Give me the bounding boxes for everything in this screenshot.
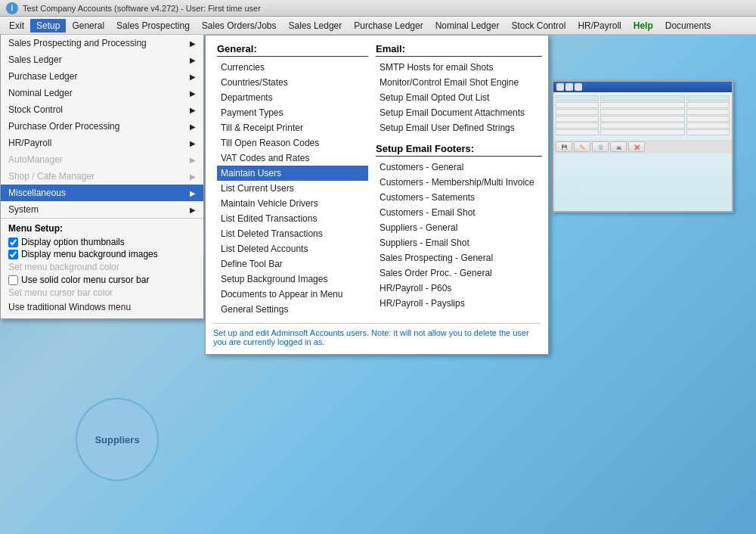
submenu-countries[interactable]: Countries/States [217, 75, 368, 90]
checkbox-thumbnails-label: Display option thumbnails [21, 237, 125, 247]
grayed-cursor-color: Set menu cursor bar color [8, 287, 196, 299]
thumb-btn-1 [556, 83, 564, 91]
submenu-list-edited[interactable]: List Edited Transactions [217, 211, 368, 226]
submenu-email-footers-title: Setup Email Footers: [376, 143, 542, 157]
menu-stock-control[interactable]: Stock Control [505, 19, 572, 33]
submenu-departments[interactable]: Departments [217, 90, 368, 105]
checkbox-solid-color[interactable]: Use solid color menu cursor bar [8, 275, 196, 285]
menu-setup-title: Menu Setup: [8, 223, 196, 234]
submenu-vat-codes[interactable]: VAT Codes and Rates [217, 151, 368, 166]
checkbox-solid-color-label: Use solid color menu cursor bar [21, 275, 149, 285]
submenu-bg-images[interactable]: Setup Background Images [217, 272, 368, 287]
submenu-columns: General: Currencies Countries/States Dep… [213, 43, 541, 317]
menu-documents[interactable]: Documents [659, 19, 717, 33]
thumb-tool-1: 💾 [556, 141, 572, 152]
thumb-titlebar [553, 82, 732, 92]
menu-bar: Exit Setup General Sales Prospecting Sal… [0, 17, 756, 35]
submenu-email-attachments[interactable]: Setup Email Document Attachments [376, 105, 542, 120]
submenu-monitor-email[interactable]: Monitor/Control Email Shot Engine [376, 75, 542, 90]
app-icon: i [6, 2, 18, 14]
title-bar-text: Test Company Accounts (software v4.272) … [23, 4, 261, 13]
submenu-col-general: General: Currencies Countries/States Dep… [213, 43, 372, 317]
menu-sales-ledger[interactable]: Sales Ledger [283, 19, 349, 33]
submenu-footer: Set up and edit Adminsoft Accounts users… [213, 323, 541, 346]
submenu-hr-payslips[interactable]: HR/Payroll - Payslips [376, 296, 542, 311]
menu-purchase-ledger[interactable]: Purchase Ledger [348, 19, 429, 33]
thumb-btn-2 [565, 83, 573, 91]
submenu-email-strings[interactable]: Setup Email User Defined Strings [376, 120, 542, 135]
thumb-tool-4: 🖨️ [610, 141, 627, 152]
submenu-general-settings[interactable]: General Settings [217, 302, 368, 317]
thumb-tool-3: 🗑️ [592, 141, 609, 152]
dropdown-spp[interactable]: Sales Prospecting and Processing▶ [1, 35, 203, 51]
menu-general[interactable]: General [66, 19, 110, 33]
menu-help[interactable]: Help [627, 19, 659, 33]
checkbox-thumbnails-input[interactable] [8, 238, 18, 247]
grayed-bg-color: Set menu background color [8, 261, 196, 273]
bubble-suppliers: Suppliers [76, 398, 159, 481]
dropdown-misc[interactable]: Miscellaneous▶ [1, 185, 203, 201]
submenu-cust-membership[interactable]: Customers - Membership/Multi Invoice [376, 175, 542, 190]
submenu-tool-bar[interactable]: Define Tool Bar [217, 256, 368, 272]
setup-dropdown: Sales Prospecting and Processing▶ Sales … [0, 35, 204, 319]
checkbox-bg-images-label: Display menu background images [21, 249, 158, 259]
checkbox-solid-color-input[interactable] [8, 275, 18, 285]
menu-setup[interactable]: Setup [30, 19, 66, 33]
submenu-general-title: General: [217, 43, 368, 57]
traditional-windows-menu[interactable]: Use traditional Windows menu [8, 300, 196, 314]
submenu-docs-menu[interactable]: Documents to Appear in Menu [217, 287, 368, 302]
submenu-payment-types[interactable]: Payment Types [217, 105, 368, 120]
submenu-till-reason[interactable]: Till Open Reason Codes [217, 135, 368, 151]
submenu-sales-order-proc[interactable]: Sales Order Proc. - General [376, 265, 542, 281]
thumb-btn-3 [575, 83, 582, 91]
menu-sales-orders[interactable]: Sales Orders/Jobs [196, 19, 283, 33]
menu-sales-prospecting[interactable]: Sales Prospecting [110, 19, 196, 33]
main-content: module/ledger. They contain all the opti… [0, 35, 756, 534]
submenu-vehicle-drivers[interactable]: Maintain Vehicle Drivers [217, 196, 368, 211]
submenu-smtp[interactable]: SMTP Hosts for email Shots [376, 60, 542, 75]
submenu-email-title: Email: [376, 43, 542, 57]
dropdown-scm: Shop / Cafe Manager▶ [1, 168, 203, 185]
dropdown-pl[interactable]: Purchase Ledger▶ [1, 68, 203, 85]
submenu-email-opted[interactable]: Setup Email Opted Out List [376, 90, 542, 105]
thumb-toolbar: 💾 ✏️ 🗑️ 🖨️ ❌ [553, 140, 732, 154]
submenu-cust-email-shot[interactable]: Customers - Email Shot [376, 205, 542, 220]
dropdown-hrp[interactable]: HR/Payroll▶ [1, 135, 203, 151]
menu-nominal-ledger[interactable]: Nominal Ledger [429, 19, 506, 33]
submenu-currencies[interactable]: Currencies [217, 60, 368, 75]
submenu-list-users[interactable]: List Current Users [217, 181, 368, 196]
menu-setup-section: Menu Setup: Display option thumbnails Di… [1, 218, 203, 318]
miscellaneous-submenu: General: Currencies Countries/States Dep… [205, 35, 549, 355]
menu-exit[interactable]: Exit [3, 19, 30, 33]
submenu-list-deleted-accounts[interactable]: List Deleted Accounts [217, 241, 368, 256]
submenu-col-email: Email: SMTP Hosts for email Shots Monito… [372, 43, 546, 317]
submenu-supp-general[interactable]: Suppliers - General [376, 220, 542, 235]
thumb-tool-5: ❌ [628, 141, 645, 152]
dropdown-sys[interactable]: System▶ [1, 201, 203, 218]
submenu-cust-statements[interactable]: Customers - Satements [376, 190, 542, 205]
dropdown-nl[interactable]: Nominal Ledger▶ [1, 85, 203, 101]
dropdown-am: AutoManager▶ [1, 151, 203, 168]
screenshot-thumbnail: 💾 ✏️ 🗑️ 🖨️ ❌ [552, 80, 733, 213]
submenu-hr-p60[interactable]: HR/Payroll - P60s [376, 281, 542, 296]
checkbox-bg-images-input[interactable] [8, 250, 18, 259]
thumb-content [553, 92, 732, 138]
menu-hr-payroll[interactable]: HR/Payroll [572, 19, 627, 33]
submenu-sales-prosp-general[interactable]: Sales Prospecting - General [376, 250, 542, 265]
dropdown-sl[interactable]: Sales Ledger▶ [1, 51, 203, 68]
checkbox-thumbnails[interactable]: Display option thumbnails [8, 237, 196, 247]
submenu-till-receipt[interactable]: Till & Receipt Printer [217, 120, 368, 135]
checkbox-bg-images[interactable]: Display menu background images [8, 249, 196, 259]
dropdown-pop[interactable]: Purchase Order Processing▶ [1, 118, 203, 135]
submenu-supp-email-shot[interactable]: Suppliers - Email Shot [376, 235, 542, 250]
submenu-list-deleted[interactable]: List Deleted Transactions [217, 226, 368, 241]
dropdown-sc[interactable]: Stock Control▶ [1, 101, 203, 118]
title-bar: i Test Company Accounts (software v4.272… [0, 0, 756, 17]
thumb-tool-2: ✏️ [574, 141, 590, 152]
submenu-maintain-users[interactable]: Maintain Users [217, 166, 368, 181]
submenu-cust-general[interactable]: Customers - General [376, 160, 542, 175]
